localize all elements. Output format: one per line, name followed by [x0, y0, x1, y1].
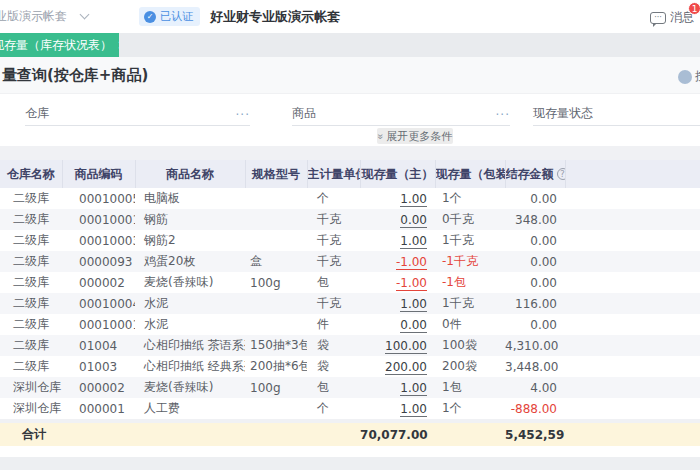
- qty-main-link[interactable]: 1.00: [400, 381, 427, 396]
- cell-spec: 200抽*6包: [245, 356, 307, 377]
- qty-main-link[interactable]: 200.00: [385, 360, 427, 375]
- table-row[interactable]: 深圳仓库 000002 麦烧(香辣味) 100g 包 1.00 1包 4.00: [0, 377, 700, 398]
- cell-code: 000100019: [62, 314, 135, 335]
- cell-unit: 包: [307, 377, 360, 398]
- cell-qty-pkg: 0件: [435, 314, 505, 335]
- col-header-code[interactable]: 商品编码: [62, 160, 135, 188]
- qty-main-link[interactable]: 0.00: [400, 318, 427, 333]
- cell-qty-pkg: -1千克: [435, 251, 505, 272]
- cell-filler: [565, 293, 700, 314]
- total-amount: 5,452,597....: [505, 423, 565, 446]
- cell-filler: [565, 314, 700, 335]
- table-row[interactable]: 二级库 0000093 鸡蛋20枚 盒 千克 -1.00 -1千克 0.00: [0, 251, 700, 272]
- account-name: 业版演示帐套: [0, 8, 67, 25]
- cell-unit: 袋: [307, 356, 360, 377]
- total-row: 合计 70,077.00 5,452,597....: [0, 423, 700, 446]
- filter-bar: 仓库 ··· 商品 ··· 现存量状态 » 展开更多条件: [0, 94, 700, 146]
- warehouse-picker-icon[interactable]: ···: [236, 108, 250, 122]
- table-body: 二级库 00010005 电脑板 个 1.00 1个 0.00 二级库 0001…: [0, 188, 700, 419]
- cell-warehouse: 深圳仓库: [0, 398, 62, 419]
- col-header-qty-main[interactable]: 现存量（主）: [360, 160, 435, 188]
- cell-code: 00010004: [62, 293, 135, 314]
- cell-spec: 盒: [245, 251, 307, 272]
- tab-inventory-status[interactable]: 现存量（库存状况表） ×: [0, 33, 119, 57]
- cell-code: 01003: [62, 356, 135, 377]
- col-header-qty-pkg[interactable]: 现存量（包装）: [435, 160, 505, 188]
- qty-main-link[interactable]: 1.00: [400, 402, 427, 417]
- cell-unit: 个: [307, 398, 360, 419]
- cell-name: 水泥: [135, 293, 245, 314]
- col-header-unit[interactable]: 主计量单位: [307, 160, 360, 188]
- cell-unit: 千克: [307, 251, 360, 272]
- cell-warehouse: 二级库: [0, 314, 62, 335]
- cell-filler: [565, 209, 700, 230]
- table-row[interactable]: 二级库 00010004 水泥 千克 1.00 1千克 116.00: [0, 293, 700, 314]
- cell-filler: [565, 377, 700, 398]
- qty-main-link[interactable]: -1.00: [396, 255, 427, 270]
- qty-main-link[interactable]: 1.00: [400, 234, 427, 249]
- cell-warehouse: 二级库: [0, 188, 62, 209]
- qty-main-link[interactable]: 0.00: [400, 213, 427, 228]
- inventory-table: 仓库名称 商品编码 商品名称 规格型号 主计量单位 现存量（主） 现存量（包装）…: [0, 160, 700, 419]
- cell-qty-pkg: -1包: [435, 272, 505, 293]
- cell-name: 钢筋2: [135, 230, 245, 251]
- messages-button[interactable]: ··· 消息 1: [650, 9, 694, 26]
- cell-name: 麦烧(香辣味): [135, 377, 245, 398]
- total-filler: [565, 423, 700, 446]
- total-qty-pkg: [435, 423, 505, 446]
- table-row[interactable]: 深圳仓库 000001 人工费 个 1.00 1个 -888.00: [0, 398, 700, 419]
- col-header-warehouse[interactable]: 仓库名称: [0, 160, 62, 188]
- warehouse-filter-label: 仓库: [25, 105, 49, 122]
- qty-main-link[interactable]: -1.00: [396, 276, 427, 291]
- table-header-row: 仓库名称 商品编码 商品名称 规格型号 主计量单位 现存量（主） 现存量（包装）…: [0, 160, 700, 188]
- table-row[interactable]: 二级库 000100019 水泥 件 0.00 0件 0.00: [0, 314, 700, 335]
- stock-status-filter-input[interactable]: 现存量状态: [533, 104, 700, 126]
- table-row[interactable]: 二级库 00010003 钢筋2 千克 1.00 1千克 0.00: [0, 230, 700, 251]
- cell-warehouse: 二级库: [0, 272, 62, 293]
- cell-code: 000002: [62, 272, 135, 293]
- cell-code: 00010003: [62, 230, 135, 251]
- cell-qty-pkg: 1千克: [435, 293, 505, 314]
- col-header-amount[interactable]: 结存金额?: [505, 160, 565, 188]
- close-icon[interactable]: ×: [117, 38, 119, 52]
- cell-name: 电脑板: [135, 188, 245, 209]
- cell-spec: [245, 188, 307, 209]
- warehouse-filter-input[interactable]: 仓库 ···: [25, 104, 250, 126]
- expand-more-conditions-button[interactable]: » 展开更多条件: [377, 128, 453, 144]
- cell-unit: 件: [307, 314, 360, 335]
- cell-amount: 0.00: [505, 272, 565, 293]
- product-picker-icon[interactable]: ···: [496, 108, 510, 122]
- cell-filler: [565, 356, 700, 377]
- cell-amount: -888.00: [505, 398, 565, 419]
- table-row[interactable]: 二级库 00010005 电脑板 个 1.00 1个 0.00: [0, 188, 700, 209]
- table-row[interactable]: 二级库 00010001 钢筋 千克 0.00 0千克 348.00: [0, 209, 700, 230]
- product-filter-input[interactable]: 商品 ···: [292, 104, 510, 126]
- cell-warehouse: 二级库: [0, 356, 62, 377]
- expand-more-label: 展开更多条件: [386, 129, 452, 144]
- product-filter-label: 商品: [292, 105, 316, 122]
- qty-main-link[interactable]: 1.00: [400, 192, 427, 207]
- cell-amount: 0.00: [505, 230, 565, 251]
- cell-unit: 千克: [307, 230, 360, 251]
- qty-main-link[interactable]: 100.00: [385, 339, 427, 354]
- table-row[interactable]: 二级库 01003 心相印抽纸 经典系列 200抽*6包 袋 200.00 20…: [0, 356, 700, 377]
- table-row[interactable]: 二级库 000002 麦烧(香辣味) 100g 包 -1.00 -1包 0.00: [0, 272, 700, 293]
- help-icon[interactable]: ?: [557, 168, 566, 180]
- cell-filler: [565, 188, 700, 209]
- total-label: 合计: [0, 423, 360, 446]
- cell-amount: 348.00: [505, 209, 565, 230]
- qty-main-link[interactable]: 1.00: [400, 297, 427, 312]
- table-row[interactable]: 二级库 01004 心相印抽纸 茶语系列 ... 150抽*3包... 袋 10…: [0, 335, 700, 356]
- cell-spec: [245, 398, 307, 419]
- cell-amount: 4.00: [505, 377, 565, 398]
- account-selector[interactable]: 业版演示帐套: [0, 8, 125, 25]
- cell-filler: [565, 272, 700, 293]
- col-header-spec[interactable]: 规格型号: [245, 160, 307, 188]
- tab-label: 现存量（库存状况表）: [0, 37, 112, 54]
- mode-switch-button[interactable]: 按相: [678, 68, 700, 85]
- cell-qty-pkg: 1包: [435, 377, 505, 398]
- cell-filler: [565, 398, 700, 419]
- page-header: 量查询(按仓库+商品) 按相: [0, 57, 700, 94]
- col-header-name[interactable]: 商品名称: [135, 160, 245, 188]
- cell-name: 心相印抽纸 茶语系列 ...: [135, 335, 245, 356]
